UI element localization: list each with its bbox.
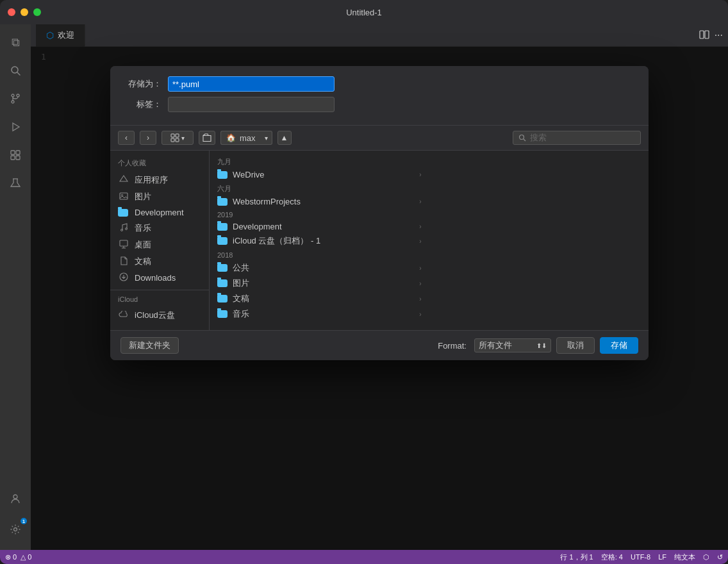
format-selector[interactable]: 所有文件 ⬆⬇ bbox=[474, 338, 551, 352]
svg-rect-15 bbox=[171, 134, 174, 137]
chevron-right-icon: › bbox=[419, 280, 421, 287]
row-col[interactable]: 行 1，列 1 bbox=[560, 552, 593, 562]
file-label: WebstormProjects bbox=[233, 197, 301, 206]
sidebar-item-development[interactable]: Development bbox=[110, 205, 209, 220]
new-folder-nav-button[interactable] bbox=[199, 131, 215, 145]
window: Untitled-1 ⧉ bbox=[0, 0, 728, 564]
path-selector[interactable]: 🏠 max bbox=[220, 131, 261, 145]
file-item-pictures[interactable]: 图片 › bbox=[210, 276, 429, 291]
svg-rect-13 bbox=[700, 31, 704, 38]
tag-label: 标签： bbox=[123, 99, 161, 110]
status-icon-2[interactable]: ↺ bbox=[717, 553, 723, 561]
forward-button[interactable]: › bbox=[140, 131, 156, 145]
eol[interactable]: LF bbox=[658, 553, 666, 561]
svg-rect-21 bbox=[120, 193, 128, 199]
settings-icon[interactable]: 1 bbox=[3, 517, 28, 542]
view-dropdown-arrow: ▾ bbox=[181, 135, 185, 142]
search-box[interactable]: 搜索 bbox=[513, 131, 641, 145]
activity-bottom: 1 bbox=[3, 486, 28, 550]
date-group-2019: 2019 bbox=[210, 208, 429, 220]
new-folder-button[interactable]: 新建文件夹 bbox=[120, 337, 179, 354]
up-button[interactable]: ▲ bbox=[277, 131, 292, 145]
file-browser: 个人收藏 应用程序 bbox=[110, 151, 649, 330]
sidebar-development-label: Development bbox=[135, 208, 184, 217]
back-button[interactable]: ‹ bbox=[118, 131, 135, 145]
svg-point-2 bbox=[12, 94, 14, 97]
filename-input[interactable] bbox=[168, 76, 335, 92]
pictures-icon bbox=[118, 192, 129, 203]
status-right: 行 1，列 1 空格: 4 UTF-8 LF 纯文本 ⬡ ↺ bbox=[560, 552, 723, 562]
file-label: iCloud 云盘（归档） - 1 bbox=[233, 235, 320, 247]
status-left: ⊗ 0 △ 0 bbox=[5, 553, 31, 561]
sidebar-item-desktop[interactable]: 桌面 bbox=[110, 236, 209, 253]
format-value: 所有文件 bbox=[479, 340, 512, 351]
sidebar: 个人收藏 应用程序 bbox=[110, 151, 210, 330]
extensions-icon[interactable] bbox=[3, 142, 28, 168]
file-label: WeDrive bbox=[233, 170, 265, 179]
sidebar-item-downloads[interactable]: Downloads bbox=[110, 270, 209, 286]
account-icon[interactable] bbox=[3, 486, 28, 511]
svg-line-20 bbox=[524, 139, 525, 141]
spaces[interactable]: 空格: 4 bbox=[601, 552, 623, 562]
save-dialog-overlay: 存储为： 标签： ‹ › bbox=[31, 47, 728, 550]
file-item-development[interactable]: Development › bbox=[210, 220, 429, 233]
more-actions-icon[interactable]: ··· bbox=[715, 29, 723, 42]
test-icon[interactable] bbox=[3, 170, 28, 196]
file-item-documents2[interactable]: 文稿 › bbox=[210, 291, 429, 306]
sidebar-item-music[interactable]: 音乐 bbox=[110, 220, 209, 236]
encoding[interactable]: UTF-8 bbox=[631, 553, 650, 561]
svg-point-4 bbox=[12, 101, 14, 103]
sidebar-item-apps[interactable]: 应用程序 bbox=[110, 172, 209, 188]
split-editor-icon[interactable] bbox=[699, 29, 709, 42]
error-count[interactable]: ⊗ 0 bbox=[5, 553, 17, 561]
folder-icon bbox=[217, 198, 228, 206]
folder-icon bbox=[217, 223, 228, 231]
file-item-wedrive[interactable]: WeDrive › bbox=[210, 168, 429, 181]
svg-rect-16 bbox=[176, 134, 179, 137]
desktop-icon bbox=[118, 240, 129, 251]
folder-icon bbox=[217, 264, 228, 272]
sidebar-item-pictures[interactable]: 图片 bbox=[110, 188, 209, 205]
date-group-june: 六月 bbox=[210, 181, 429, 195]
save-button[interactable]: 存储 bbox=[600, 337, 638, 354]
explorer-icon[interactable]: ⧉ bbox=[3, 29, 28, 55]
run-debug-icon[interactable] bbox=[3, 114, 28, 140]
sidebar-item-documents[interactable]: 文稿 bbox=[110, 253, 209, 270]
svg-point-24 bbox=[126, 228, 128, 229]
cancel-label: 取消 bbox=[567, 340, 584, 351]
path-dropdown-button[interactable]: ▾ bbox=[261, 131, 272, 145]
status-icon-1[interactable]: ⬡ bbox=[703, 553, 709, 561]
path-selector-container: 🏠 max ▾ bbox=[220, 131, 272, 145]
maximize-button[interactable] bbox=[33, 8, 41, 16]
main-layout: ⧉ bbox=[0, 24, 728, 550]
tag-input[interactable] bbox=[168, 97, 335, 112]
cancel-button[interactable]: 取消 bbox=[556, 337, 595, 354]
apps-icon bbox=[118, 175, 129, 186]
sidebar-item-icloud[interactable]: iCloud云盘 bbox=[110, 307, 209, 324]
close-button[interactable] bbox=[8, 8, 15, 16]
titlebar: Untitled-1 bbox=[0, 0, 728, 24]
tag-row: 标签： bbox=[123, 97, 636, 112]
search-icon[interactable] bbox=[3, 58, 28, 83]
file-item-music[interactable]: 音乐 › bbox=[210, 306, 429, 322]
traffic-lights bbox=[8, 8, 41, 16]
minimize-button[interactable] bbox=[21, 8, 28, 16]
favorites-title: 个人收藏 bbox=[110, 157, 209, 172]
home-icon: 🏠 bbox=[226, 133, 236, 142]
footer-right: Format: 所有文件 ⬆⬇ 取消 存储 bbox=[438, 337, 638, 354]
vscode-tab-icon: ⬡ bbox=[46, 30, 54, 40]
language[interactable]: 纯文本 bbox=[674, 552, 695, 562]
save-label: 存储 bbox=[611, 340, 627, 351]
date-group-september: 九月 bbox=[210, 154, 429, 168]
file-item-webstorm[interactable]: WebstormProjects › bbox=[210, 195, 429, 208]
file-item-icloud-archive[interactable]: iCloud 云盘（归档） - 1 › bbox=[210, 233, 429, 249]
chevron-right-icon: › bbox=[419, 295, 421, 303]
warning-count[interactable]: △ 0 bbox=[21, 553, 31, 561]
file-item-public[interactable]: 公共 › bbox=[210, 260, 429, 276]
tab-welcome[interactable]: ⬡ 欢迎 bbox=[36, 24, 85, 47]
view-toggle-button[interactable]: ▾ bbox=[161, 131, 194, 145]
svg-point-3 bbox=[17, 94, 19, 97]
source-control-icon[interactable] bbox=[3, 86, 28, 112]
editor-content: 1 存储为： 标签： bbox=[31, 47, 728, 550]
folder-icon bbox=[217, 237, 228, 245]
